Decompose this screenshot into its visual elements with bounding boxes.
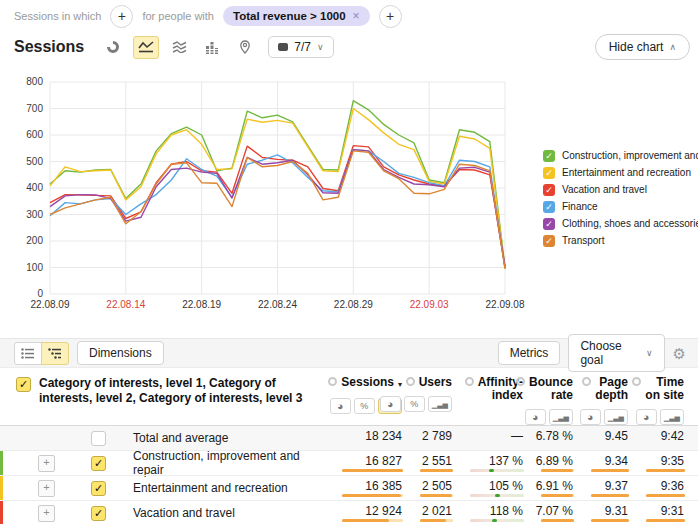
legend-item[interactable]: ✓Construction, improvement and repair (543, 147, 695, 164)
bar-toggle-button[interactable]: ▁▃▅ (604, 409, 628, 425)
legend-checkbox[interactable]: ✓ (543, 218, 555, 230)
row-checkbox[interactable]: ✓ (91, 506, 106, 521)
choose-goal-dropdown[interactable]: Choose goal ∨ (568, 334, 664, 372)
pie-chart-type-button[interactable] (100, 36, 126, 59)
hide-chart-button[interactable]: Hide chart ∧ (595, 34, 690, 60)
column-header-text: Users (419, 376, 452, 389)
pie-toggle-button[interactable]: ◕ (525, 409, 546, 425)
choose-goal-label: Choose goal (580, 339, 640, 367)
metric-value: 9.45 (605, 429, 628, 443)
metric-cell: 118 % (456, 501, 527, 524)
column-header-label[interactable]: Timeon site (632, 376, 684, 402)
check-icon: ✓ (94, 507, 103, 520)
svg-text:300: 300 (26, 209, 43, 220)
table-row[interactable]: +✓Construction, improvement and repair16… (0, 450, 698, 475)
metric-share-bar (342, 469, 403, 472)
pie-toggle-button[interactable]: ◕ (636, 409, 657, 425)
pie-toggle-button[interactable]: ◕ (380, 396, 401, 412)
legend-item[interactable]: ✓Finance (543, 198, 695, 215)
sessions-chart: 010020030040050060070080022.08.0922.08.1… (0, 62, 540, 322)
metric-cell: 9:35 (632, 451, 688, 475)
svg-text:400: 400 (26, 182, 43, 193)
metric-share-bar (342, 494, 403, 497)
row-checkbox[interactable] (91, 431, 106, 446)
metric-display-toggles: ◕▁▃▅ (636, 409, 684, 425)
pie-icon: ◕ (387, 399, 394, 409)
legend-checkbox[interactable]: ✓ (543, 184, 555, 196)
dimension-checkbox[interactable]: ✓ (16, 377, 31, 392)
table-body: +Total and average18 2342 789—6.78 %9.45… (0, 426, 698, 524)
row-color-stripe (0, 476, 3, 500)
row-label: Total and average (133, 431, 228, 445)
tree-view-button[interactable] (41, 342, 69, 365)
bar-toggle-button[interactable]: ▁▃▅ (660, 409, 684, 425)
metric-value: 12 924 (365, 504, 402, 518)
column-header-pagedepth[interactable]: Pagedepth◕▁▃▅ (577, 368, 632, 425)
chevron-down-icon: ∨ (317, 42, 324, 52)
pie-toggle-button[interactable]: ◕ (330, 398, 351, 414)
percent-toggle-button[interactable]: % (404, 396, 425, 412)
column-header-label[interactable]: Users (406, 376, 452, 389)
row-checkbox[interactable]: ✓ (91, 481, 106, 496)
column-header-label[interactable]: Pagedepth (582, 376, 628, 402)
segment-chip-total-revenue[interactable]: Total revenue > 1000 × (223, 6, 370, 26)
table-row[interactable]: +Total and average18 2342 789—6.78 %9.45… (0, 426, 698, 450)
add-session-condition-button[interactable]: + (110, 5, 133, 28)
dimension-header-label: Category of interests, level 1, Category… (39, 376, 318, 425)
metrics-button[interactable]: Metrics (498, 341, 561, 365)
expand-row-button[interactable]: + (38, 505, 55, 522)
metric-value: 9:36 (661, 479, 684, 493)
metric-share-bar (420, 494, 453, 497)
metric-share-bar (541, 469, 574, 472)
svg-text:22.09.08: 22.09.08 (486, 299, 525, 310)
bar-chart-icon: ▁▃▅ (608, 414, 624, 421)
column-header-timeonsite[interactable]: Timeon site◕▁▃▅ (632, 368, 688, 425)
flat-list-icon (21, 348, 35, 359)
percent-toggle-button[interactable]: % (354, 398, 375, 414)
table-row[interactable]: +✓Entertainment and recreation16 3852 50… (0, 475, 698, 500)
legend-checkbox[interactable]: ✓ (543, 201, 555, 213)
legend-item[interactable]: ✓Vacation and travel (543, 181, 695, 198)
legend-item[interactable]: ✓Entertainment and recreation (543, 164, 695, 181)
svg-text:22.09.03: 22.09.03 (410, 299, 449, 310)
metric-value: 9:31 (661, 504, 684, 518)
legend-item[interactable]: ✓Clothing, shoes and accessories (543, 215, 695, 232)
expand-row-button[interactable]: + (38, 480, 55, 497)
dimensions-button[interactable]: Dimensions (77, 341, 164, 365)
legend-checkbox[interactable]: ✓ (543, 150, 555, 162)
row-checkbox[interactable]: ✓ (91, 456, 106, 471)
annotations-dropdown[interactable]: 7/7 ∨ (268, 36, 333, 58)
stacked-area-type-button[interactable] (166, 36, 192, 59)
expand-row-button[interactable]: + (38, 455, 55, 472)
bar-toggle-button[interactable]: ▁▃▅ (549, 409, 573, 425)
column-header-label[interactable]: Bouncerate (516, 376, 573, 402)
table-settings-gear-icon[interactable]: ⚙ (673, 346, 686, 361)
legend-checkbox[interactable]: ✓ (543, 235, 555, 247)
metric-value: 105 % (489, 479, 523, 493)
pie-toggle-button[interactable]: ◕ (580, 409, 601, 425)
column-header-label[interactable]: Sessions▾ (328, 376, 402, 391)
legend-item[interactable]: ✓Transport (543, 232, 695, 249)
column-header-bouncerate[interactable]: Bouncerate◕▁▃▅ (527, 368, 577, 425)
add-people-condition-button[interactable]: + (379, 5, 402, 28)
metric-value: 2 789 (422, 429, 452, 443)
bar-toggle-button[interactable]: ▁▃▅ (428, 396, 452, 412)
column-header-label[interactable]: Affinity-index (465, 376, 523, 402)
svg-text:500: 500 (26, 156, 43, 167)
legend-checkbox[interactable]: ✓ (543, 167, 555, 179)
legend-item-label: Finance (562, 201, 598, 212)
metric-cell: 6.91 % (527, 476, 577, 500)
remove-segment-icon[interactable]: × (353, 9, 360, 23)
column-header-text: Pagedepth (595, 376, 628, 402)
map-chart-type-button[interactable] (232, 36, 258, 59)
column-chart-type-button[interactable] (199, 36, 225, 59)
metric-value: 137 % (489, 454, 523, 468)
flat-list-view-button[interactable] (14, 342, 42, 365)
metric-share-bar (420, 469, 453, 472)
column-header-users[interactable]: Users◕%▁▃▅ (406, 368, 456, 425)
metric-value: 18 234 (365, 429, 402, 443)
table-row[interactable]: +✓Vacation and travel12 9242 021118 %7.0… (0, 500, 698, 524)
row-color-stripe (0, 501, 3, 524)
line-chart-type-button[interactable] (133, 36, 159, 59)
metric-display-toggles: ◕%▁▃▅ (380, 396, 452, 412)
